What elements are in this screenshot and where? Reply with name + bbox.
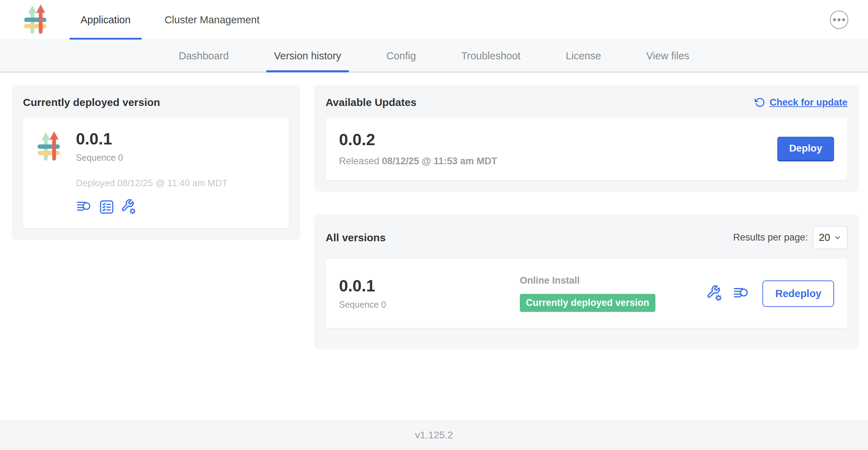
subnav-tab-license[interactable]: License xyxy=(558,40,609,72)
app-header: Application Cluster Management xyxy=(0,0,868,40)
diff-icon[interactable] xyxy=(733,286,750,301)
diff-icon[interactable] xyxy=(76,200,92,214)
available-updates-card: Available Updates Check for update 0.0.2… xyxy=(314,85,859,192)
tab-cluster-management[interactable]: Cluster Management xyxy=(154,0,270,40)
deployed-sequence-label: Sequence 0 xyxy=(76,153,123,163)
subnav-tab-view-files[interactable]: View files xyxy=(638,40,697,72)
results-per-page-select[interactable]: 20 xyxy=(813,226,848,249)
app-logo-icon xyxy=(36,131,67,162)
right-column: Available Updates Check for update 0.0.2… xyxy=(314,85,859,349)
deployed-version-number: 0.0.1 xyxy=(76,130,123,147)
check-for-update-link[interactable]: Check for update xyxy=(755,97,848,108)
subnav-tab-dashboard[interactable]: Dashboard xyxy=(171,40,237,72)
update-row: 0.0.2 Released 08/12/25 @ 11:53 am MDT D… xyxy=(326,118,848,180)
deploy-button[interactable]: Deploy xyxy=(777,137,834,161)
currently-deployed-badge: Currently deployed version xyxy=(520,294,655,312)
ellipsis-icon xyxy=(833,18,836,21)
check-for-update-label: Check for update xyxy=(769,97,848,108)
install-type-label: Online Install xyxy=(520,275,655,286)
redeploy-button[interactable]: Redeploy xyxy=(762,280,834,307)
subnav-tab-version-history[interactable]: Version history xyxy=(266,40,349,72)
all-versions-card: All versions Results per page: 20 0.0.1 … xyxy=(314,214,859,349)
overflow-menu-button[interactable] xyxy=(830,11,848,29)
version-row: 0.0.1 Sequence 0 Online Install Currentl… xyxy=(326,259,848,328)
available-updates-title: Available Updates xyxy=(326,96,416,108)
console-version-label: v1.125.2 xyxy=(415,430,453,441)
all-versions-title: All versions xyxy=(326,232,386,244)
header-tabs: Application Cluster Management xyxy=(70,0,283,40)
wrench-gear-config-icon[interactable] xyxy=(121,199,137,215)
tab-cluster-management-label: Cluster Management xyxy=(165,14,260,26)
chevron-down-icon xyxy=(834,234,842,242)
version-history-page: Application Cluster Management Dashboard… xyxy=(0,0,868,450)
results-per-page-label: Results per page: xyxy=(733,232,808,243)
main-content: Currently deployed version 0.0.1 Sequenc… xyxy=(0,72,868,420)
currently-deployed-card: Currently deployed version 0.0.1 Sequenc… xyxy=(12,85,300,240)
row-sequence-label: Sequence 0 xyxy=(339,300,520,310)
preflight-checklist-icon[interactable] xyxy=(99,200,114,214)
refresh-icon xyxy=(755,97,765,108)
row-version-number: 0.0.1 xyxy=(339,277,520,294)
released-timestamp: Released 08/12/25 @ 11:53 am MDT xyxy=(339,156,497,167)
subnav-tab-troubleshoot[interactable]: Troubleshoot xyxy=(453,40,528,72)
update-version-number: 0.0.2 xyxy=(339,131,497,148)
deployed-timestamp: Deployed 08/12/25 @ 11:40 am MDT xyxy=(76,178,276,189)
currently-deployed-title: Currently deployed version xyxy=(23,96,289,108)
app-logo-icon xyxy=(22,4,54,36)
app-footer: v1.125.2 xyxy=(0,420,868,450)
subnav-tab-config[interactable]: Config xyxy=(379,40,424,72)
tab-application-label: Application xyxy=(81,14,131,26)
app-subnav: Dashboard Version history Config Trouble… xyxy=(0,40,868,72)
tab-application[interactable]: Application xyxy=(70,0,142,40)
wrench-gear-config-icon[interactable] xyxy=(707,285,723,302)
deployed-version-panel: 0.0.1 Sequence 0 Deployed 08/12/25 @ 11:… xyxy=(23,118,289,228)
